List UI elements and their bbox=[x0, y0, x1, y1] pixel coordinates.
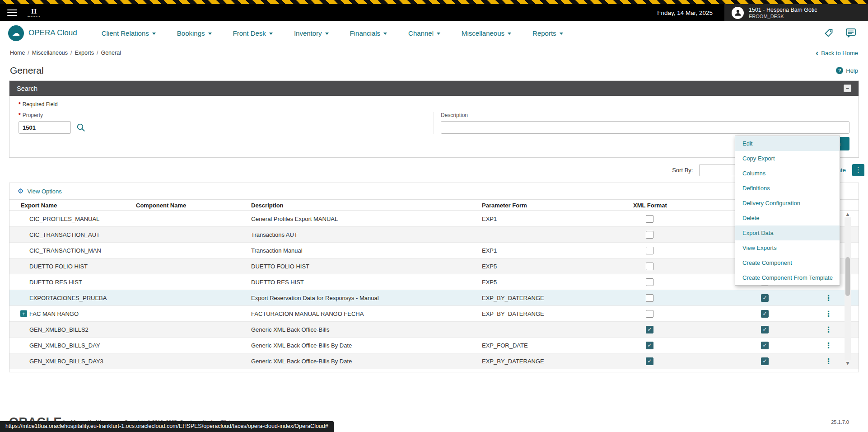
col6-checkbox[interactable] bbox=[761, 310, 769, 318]
table-row[interactable]: GEN_XMLBO_BILLS_DAY3 Generic XML Back Of… bbox=[9, 353, 859, 369]
menu-item-copy-export[interactable]: Copy Export bbox=[735, 151, 840, 166]
export-name: GEN_XMLBO_BILLS2 bbox=[29, 326, 89, 333]
description: General Profiles Export MANUAL bbox=[251, 216, 482, 222]
current-date: Friday, 14 Mar, 2025 bbox=[657, 9, 713, 16]
chevron-down-icon bbox=[383, 33, 387, 35]
property-label: Property bbox=[23, 112, 43, 118]
table-row[interactable]: EXPORTACIONES_PRUEBA Export Reservation … bbox=[9, 290, 859, 306]
row-actions-kebab-icon[interactable]: ⋮ bbox=[825, 341, 832, 350]
nav-reports[interactable]: Reports bbox=[532, 29, 563, 37]
nav-miscellaneous[interactable]: Miscellaneous bbox=[462, 29, 511, 37]
description-label: Description bbox=[441, 112, 849, 118]
row-actions-kebab-icon[interactable]: ⋮ bbox=[825, 309, 832, 318]
menu-item-export-data[interactable]: Export Data bbox=[735, 225, 840, 240]
page-title: General bbox=[10, 65, 44, 76]
xml-format-checkbox[interactable] bbox=[646, 342, 653, 349]
collapse-panel-button[interactable]: − bbox=[844, 85, 851, 92]
message-icon[interactable] bbox=[845, 28, 856, 38]
gear-icon[interactable]: ⚙ bbox=[18, 187, 23, 195]
xml-format-checkbox[interactable] bbox=[646, 310, 653, 318]
parameter-form: EXP5 bbox=[482, 279, 633, 286]
table-scrollbar[interactable]: ▲ ▼ bbox=[845, 211, 851, 366]
help-link[interactable]: ? Help bbox=[836, 67, 858, 74]
user-panel[interactable]: 1501 - Hesperia Barri Gòtic EROOM_DESK bbox=[724, 4, 868, 21]
table-row[interactable]: FAC MAN RANGO FACTURACION MANUAL RANGO F… bbox=[9, 306, 859, 322]
table-row[interactable]: GEN_XMLBO_BILLS_DAY Generic XML Back Off… bbox=[9, 338, 859, 353]
nav-front-desk[interactable]: Front Desk bbox=[233, 29, 273, 37]
hamburger-menu-icon[interactable] bbox=[7, 9, 17, 16]
scroll-up-icon[interactable]: ▲ bbox=[846, 211, 849, 217]
xml-format-checkbox[interactable] bbox=[646, 247, 653, 254]
col-parameter-form: Parameter Form bbox=[482, 202, 633, 209]
xml-format-checkbox[interactable] bbox=[646, 294, 653, 302]
scrollbar-thumb[interactable] bbox=[845, 257, 850, 296]
view-options-link[interactable]: View Options bbox=[27, 188, 61, 195]
chevron-down-icon bbox=[269, 33, 273, 35]
panel-actions-kebab-button[interactable]: ⋮ bbox=[852, 164, 864, 176]
nav-client-relations[interactable]: Client Relations bbox=[102, 29, 156, 37]
menu-item-definitions[interactable]: Definitions bbox=[735, 181, 840, 196]
col6-checkbox[interactable] bbox=[761, 294, 769, 302]
export-name: CIC_TRANSACTION_AUT bbox=[29, 231, 100, 238]
menu-item-create-component-from-template[interactable]: Create Component From Template bbox=[735, 270, 840, 285]
export-name: CIC_PROFILES_MANUAL bbox=[29, 216, 99, 222]
description: FACTURACION MANUAL RANGO FECHA bbox=[251, 310, 482, 317]
nav-bookings[interactable]: Bookings bbox=[177, 29, 212, 37]
row-actions-kebab-icon[interactable]: ⋮ bbox=[825, 325, 832, 334]
col6-checkbox[interactable] bbox=[761, 342, 769, 349]
property-input[interactable] bbox=[19, 121, 71, 134]
menu-item-delivery-configuration[interactable]: Delivery Configuration bbox=[735, 196, 840, 211]
xml-format-checkbox[interactable] bbox=[646, 215, 653, 223]
breadcrumb-miscellaneous[interactable]: Miscellaneous bbox=[32, 50, 75, 56]
breadcrumb-home[interactable]: Home bbox=[10, 50, 32, 56]
browser-status-url: https://mtce18ua.oraclehospitality.eu-fr… bbox=[0, 421, 334, 432]
nav-financials[interactable]: Financials bbox=[350, 29, 387, 37]
table-row[interactable]: CIC_TRANSACTION_AUT Transactions AUT ⋮ bbox=[9, 227, 859, 243]
results-panel: ⚙ View Options Export Name Component Nam… bbox=[9, 183, 859, 372]
description: Generic XML Back Office-Bills bbox=[251, 326, 482, 333]
export-name: GEN_XMLBO_BILLS_DAY bbox=[29, 342, 100, 349]
search-magnifier-icon[interactable] bbox=[76, 123, 86, 132]
scroll-down-icon[interactable]: ▼ bbox=[846, 360, 849, 366]
top-bar: H HESPERIA Friday, 14 Mar, 2025 1501 - H… bbox=[0, 4, 868, 21]
table-row[interactable]: GEN_XMLBO_BILLS2 Generic XML Back Office… bbox=[9, 322, 859, 338]
description-input[interactable] bbox=[441, 121, 849, 134]
tag-icon[interactable] bbox=[824, 28, 834, 38]
table-row[interactable]: CIC_TRANSACTION_MAN Transaction Manual E… bbox=[9, 243, 859, 258]
xml-format-checkbox[interactable] bbox=[646, 231, 653, 239]
export-name: GEN_XMLBO_BILLS_DAY3 bbox=[29, 358, 103, 365]
menu-item-columns[interactable]: Columns bbox=[735, 166, 840, 181]
sort-by-label: Sort By: bbox=[672, 167, 693, 174]
table-row[interactable]: CIC_PROFILES_MANUAL General Profiles Exp… bbox=[9, 211, 859, 227]
search-panel-title: Search bbox=[17, 85, 37, 92]
description: Generic XML Back Office-Bills By Date bbox=[251, 342, 482, 349]
description: Transaction Manual bbox=[251, 247, 482, 254]
parameter-form: EXP_BY_DATERANGE bbox=[482, 358, 633, 365]
expand-icon[interactable] bbox=[20, 310, 27, 317]
menu-item-create-component[interactable]: Create Component bbox=[735, 255, 840, 270]
nav-channel[interactable]: Channel bbox=[408, 29, 440, 37]
menu-item-view-exports[interactable]: View Exports bbox=[735, 240, 840, 255]
opera-cloud-brand[interactable]: ☁ OPERA Cloud bbox=[8, 25, 77, 41]
row-actions-kebab-icon[interactable]: ⋮ bbox=[825, 293, 832, 302]
app-version: 25.1.7.0 bbox=[831, 419, 849, 425]
xml-format-checkbox[interactable] bbox=[646, 357, 653, 365]
table-row[interactable]: DUETTO FOLIO HIST DUETTO FOLIO HIST EXP5… bbox=[9, 258, 859, 274]
breadcrumb-exports[interactable]: Exports bbox=[75, 50, 101, 56]
col6-checkbox[interactable] bbox=[761, 357, 769, 365]
xml-format-checkbox[interactable] bbox=[646, 278, 653, 286]
table-row[interactable]: DUETTO RES HIST DUETTO RES HIST EXP5 ⋮ bbox=[9, 274, 859, 290]
chevron-down-icon bbox=[508, 33, 511, 35]
nav-inventory[interactable]: Inventory bbox=[294, 29, 329, 37]
menu-item-delete[interactable]: Delete bbox=[735, 211, 840, 225]
back-to-home-link[interactable]: ‹ Back to Home bbox=[816, 49, 858, 57]
col6-checkbox[interactable] bbox=[761, 326, 769, 333]
description: DUETTO RES HIST bbox=[251, 279, 482, 286]
user-property: 1501 - Hesperia Barri Gòtic bbox=[749, 7, 817, 13]
parameter-form: EXP5 bbox=[482, 263, 633, 270]
xml-format-checkbox[interactable] bbox=[646, 263, 653, 270]
export-name: EXPORTACIONES_PRUEBA bbox=[29, 295, 107, 301]
menu-item-edit[interactable]: Edit bbox=[735, 136, 840, 151]
row-actions-kebab-icon[interactable]: ⋮ bbox=[825, 357, 832, 366]
xml-format-checkbox[interactable] bbox=[646, 326, 653, 333]
